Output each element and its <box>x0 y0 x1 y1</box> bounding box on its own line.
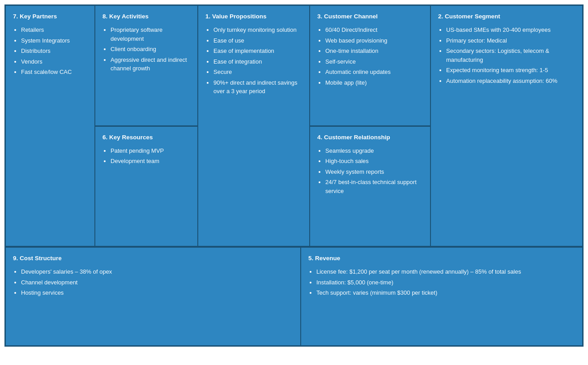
list-item: Client onboarding <box>111 45 190 54</box>
list-item: Fast scale/low CAC <box>21 68 87 77</box>
list-item: Seamless upgrade <box>325 146 423 155</box>
list-item: Secure <box>213 68 302 77</box>
key-activities-list: Proprietary software developmentClient o… <box>102 26 190 73</box>
key-resources-cell: 6. Key Resources Patent pending MVPDevel… <box>95 126 198 247</box>
list-item: US-based SMEs with 20-400 employees <box>446 26 575 34</box>
list-item: Ease of integration <box>213 57 302 66</box>
cost-structure-title: 9. Cost Structure <box>13 254 293 263</box>
list-item: Tech support: varies (minimum $300 per t… <box>316 288 575 297</box>
list-item: Developers' salaries – 38% of opex <box>21 267 293 276</box>
list-item: Secondary sectors: Logistics, telecom & … <box>446 47 575 64</box>
value-propositions-list: Only turnkey monitoring solutionEase of … <box>205 26 302 96</box>
list-item: Aggressive direct and indirect channel g… <box>111 56 190 73</box>
list-item: Ease of implementation <box>213 47 302 56</box>
list-item: High-touch sales <box>325 157 423 166</box>
list-item: One-time installation <box>325 47 423 56</box>
list-item: Automatic online updates <box>325 68 423 77</box>
value-propositions-cell: 1. Value Propositions Only turnkey monit… <box>198 5 310 246</box>
revenue-title: 5. Revenue <box>308 254 575 263</box>
key-resources-list: Patent pending MVPDevelopment team <box>102 146 190 166</box>
list-item: Automation replaceability assumption: 60… <box>446 77 575 86</box>
list-item: Ease of use <box>213 36 302 45</box>
list-item: System Integrators <box>21 36 87 45</box>
list-item: Distributors <box>21 47 87 56</box>
list-item: Expected monitoring team strength: 1-5 <box>446 66 575 75</box>
list-item: Development team <box>111 157 190 166</box>
list-item: Only turnkey monitoring solution <box>213 26 302 34</box>
list-item: Retailers <box>21 26 87 34</box>
key-activities-title: 8. Key Activities <box>102 12 190 21</box>
list-item: Web based provisioning <box>325 36 423 45</box>
customer-segment-title: 2. Customer Segment <box>438 12 575 21</box>
list-item: Weekly system reports <box>325 167 423 176</box>
list-item: Mobile app (lite) <box>325 78 423 87</box>
customer-segment-list: US-based SMEs with 20-400 employeesPrima… <box>438 26 575 85</box>
list-item: Hosting services <box>21 288 293 297</box>
key-partners-title: 7. Key Partners <box>13 12 87 21</box>
list-item: 60/40 Direct/Indirect <box>325 26 423 34</box>
customer-channel-title: 3. Customer Channel <box>317 12 423 21</box>
value-propositions-title: 1. Value Propositions <box>205 12 302 21</box>
list-item: License fee: $1,200 per seat per month (… <box>316 267 575 276</box>
revenue-list: License fee: $1,200 per seat per month (… <box>308 267 575 297</box>
cost-structure-cell: 9. Cost Structure Developers' salaries –… <box>5 247 301 346</box>
key-partners-cell: 7. Key Partners RetailersSystem Integrat… <box>5 5 95 246</box>
list-item: Installation: $5,000 (one-time) <box>316 278 575 287</box>
revenue-cell: 5. Revenue License fee: $1,200 per seat … <box>301 247 583 346</box>
list-item: 90%+ direct and indirect savings over a … <box>213 78 302 96</box>
key-partners-list: RetailersSystem IntegratorsDistributorsV… <box>13 26 87 77</box>
customer-channel-column: 3. Customer Channel 60/40 Direct/Indirec… <box>310 5 430 246</box>
list-item: Vendors <box>21 57 87 66</box>
list-item: Patent pending MVP <box>111 146 190 155</box>
list-item: Proprietary software development <box>111 26 190 43</box>
customer-relationship-list: Seamless upgradeHigh-touch salesWeekly s… <box>317 146 423 196</box>
top-section: 7. Key Partners RetailersSystem Integrat… <box>5 5 583 247</box>
bottom-section: 9. Cost Structure Developers' salaries –… <box>5 247 583 346</box>
cost-structure-list: Developers' salaries – 38% of opexChanne… <box>13 267 293 297</box>
key-activities-cell: 8. Key Activities Proprietary software d… <box>95 5 198 126</box>
customer-relationship-cell: 4. Customer Relationship Seamless upgrad… <box>310 126 430 247</box>
key-resources-title: 6. Key Resources <box>102 133 190 142</box>
customer-channel-list: 60/40 Direct/IndirectWeb based provision… <box>317 26 423 87</box>
customer-relationship-title: 4. Customer Relationship <box>317 133 423 142</box>
list-item: Self-service <box>325 57 423 66</box>
customer-channel-cell: 3. Customer Channel 60/40 Direct/Indirec… <box>310 5 430 126</box>
list-item: Primary sector: Medical <box>446 36 575 45</box>
list-item: Channel development <box>21 278 293 287</box>
business-model-canvas: 7. Key Partners RetailersSystem Integrat… <box>4 4 584 347</box>
key-activities-column: 8. Key Activities Proprietary software d… <box>95 5 198 246</box>
list-item: 24/7 best-in-class technical support ser… <box>325 178 423 195</box>
customer-segment-cell: 2. Customer Segment US-based SMEs with 2… <box>430 5 583 246</box>
